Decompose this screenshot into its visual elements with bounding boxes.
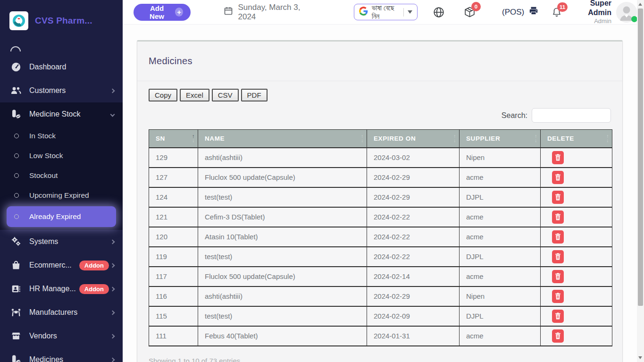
excel-button[interactable]: Excel bbox=[180, 89, 209, 101]
delete-button[interactable] bbox=[552, 151, 564, 164]
header-name[interactable]: NAME ↑↓ bbox=[198, 130, 367, 148]
plus-circle-icon: + bbox=[175, 8, 183, 17]
avatar[interactable] bbox=[616, 2, 637, 23]
cell-name: test(test) bbox=[198, 187, 367, 207]
medicine-stock-group: Medicine Stock In Stock Low Stock Stocko… bbox=[0, 102, 123, 230]
search-input[interactable] bbox=[532, 108, 611, 123]
delete-button[interactable] bbox=[552, 329, 564, 343]
notifications-button[interactable]: 11 bbox=[551, 7, 562, 18]
header-sn[interactable]: SN ↑↓ bbox=[149, 130, 198, 148]
trash-icon bbox=[555, 194, 561, 201]
circle-bullet-icon bbox=[14, 193, 19, 198]
delete-button[interactable] bbox=[552, 210, 564, 224]
card-header: Medicines bbox=[137, 42, 622, 81]
table-row: 116 ashti(ashtiii) 2024-02-29 Nipen bbox=[149, 286, 612, 306]
app-logo-icon bbox=[9, 11, 28, 30]
globe-button[interactable] bbox=[433, 6, 445, 18]
header-supplier[interactable]: SUPPLIER ↑↓ bbox=[460, 130, 541, 148]
cell-expired-on: 2024-02-14 bbox=[367, 267, 460, 286]
scroll-down-arrow-icon[interactable] bbox=[638, 356, 642, 359]
sidebar-item-hr-management[interactable]: HR Manage... Addon bbox=[0, 277, 123, 301]
header-delete[interactable]: DELETE ↑↓ bbox=[541, 130, 612, 148]
trash-icon bbox=[555, 213, 561, 220]
cell-supplier: DJPL bbox=[460, 247, 541, 267]
sidebar-item-customers[interactable]: Customers bbox=[0, 79, 123, 102]
sidebar-subitem-low-stock[interactable]: Low Stock bbox=[0, 146, 123, 166]
delete-button[interactable] bbox=[552, 191, 564, 204]
sidebar-item-ecommerce[interactable]: Ecommerc... Addon bbox=[0, 253, 123, 277]
delete-button[interactable] bbox=[552, 310, 564, 323]
sort-icon[interactable]: ↑↓ bbox=[192, 134, 195, 143]
table-row: 120 Atasin 10(Tablet) 2024-02-22 acme bbox=[149, 227, 612, 247]
sidebar-item-label: Systems bbox=[29, 237, 111, 246]
cell-sn: 129 bbox=[149, 148, 198, 168]
cell-expired-on: 2024-02-22 bbox=[367, 227, 460, 247]
gears-icon bbox=[10, 236, 22, 247]
sort-icon[interactable]: ↑↓ bbox=[453, 134, 456, 143]
scrollbar-thumb[interactable] bbox=[638, 8, 643, 306]
add-new-button[interactable]: Add New + bbox=[134, 4, 191, 21]
cell-expired-on: 2024-03-02 bbox=[367, 148, 460, 168]
add-new-label: Add New bbox=[143, 4, 171, 20]
header-expired-on[interactable]: EXPIRED ON ↑↓ bbox=[367, 130, 460, 148]
cell-delete bbox=[541, 267, 612, 286]
sidebar-item-vendors[interactable]: Vendors bbox=[0, 324, 123, 348]
sidebar-subitem-stockout[interactable]: Stockout bbox=[0, 166, 123, 185]
circle-bullet-icon bbox=[14, 173, 19, 178]
search-label: Search: bbox=[502, 111, 527, 120]
cell-sn: 115 bbox=[149, 306, 198, 326]
sidebar-item-label: Vendors bbox=[29, 332, 111, 340]
brand[interactable]: CVS Pharm... bbox=[0, 0, 123, 35]
cell-sn: 127 bbox=[149, 168, 198, 187]
sidebar-item-systems[interactable]: Systems bbox=[0, 230, 123, 253]
language-select[interactable]: ভাষা বেছে নিন bbox=[354, 4, 418, 20]
printer-icon bbox=[528, 6, 539, 18]
sidebar-item-manufacturers[interactable]: Manufacturers bbox=[0, 301, 123, 324]
sort-icon[interactable]: ↑↓ bbox=[606, 134, 609, 143]
delete-button[interactable] bbox=[552, 270, 564, 283]
package-button[interactable]: 0 bbox=[464, 6, 476, 18]
trash-icon bbox=[555, 174, 561, 181]
notification-badge: 11 bbox=[557, 2, 568, 12]
delete-button[interactable] bbox=[552, 290, 564, 303]
sidebar-item-medicines[interactable]: Medicines bbox=[0, 348, 123, 362]
delete-button[interactable] bbox=[552, 171, 564, 184]
sidebar-item-label: Dashboard bbox=[29, 63, 114, 71]
pos-print[interactable]: (POS) bbox=[502, 6, 539, 18]
chevron-right-icon bbox=[110, 239, 115, 244]
cell-expired-on: 2024-02-29 bbox=[367, 168, 460, 187]
cell-name: ashti(ashtiii) bbox=[198, 148, 367, 168]
cell-sn: 117 bbox=[149, 267, 198, 286]
trash-icon bbox=[555, 293, 561, 300]
user-info[interactable]: Super Admin Admin bbox=[568, 0, 611, 25]
pdf-button[interactable]: PDF bbox=[241, 89, 268, 101]
sidebar-subitem-label: In Stock bbox=[29, 132, 56, 140]
scroll-up-arrow-icon[interactable] bbox=[638, 3, 642, 6]
cell-delete bbox=[541, 148, 612, 168]
user-name: Super Admin bbox=[568, 0, 611, 17]
topbar: Add New + Sunday, March 3, 2024 ভাষা বেছ… bbox=[123, 0, 637, 25]
sort-icon[interactable]: ↑↓ bbox=[535, 134, 537, 143]
sidebar-item-medicine-stock[interactable]: Medicine Stock bbox=[0, 102, 123, 126]
copy-button[interactable]: Copy bbox=[149, 89, 177, 101]
addon-badge: Addon bbox=[79, 261, 109, 270]
people-carry-icon bbox=[10, 307, 22, 318]
circle-bullet-icon bbox=[14, 134, 19, 138]
sidebar-subitem-in-stock[interactable]: In Stock bbox=[0, 126, 123, 146]
delete-button[interactable] bbox=[552, 230, 564, 244]
page-scrollbar[interactable] bbox=[637, 0, 644, 362]
trash-icon bbox=[555, 154, 561, 161]
caret-down-icon bbox=[408, 10, 412, 14]
table-row: 119 test(test) 2024-02-22 DJPL bbox=[149, 247, 612, 267]
sidebar-subitem-upcoming-expired[interactable]: Upcoming Expired bbox=[0, 185, 123, 205]
cell-expired-on: 2024-02-29 bbox=[367, 286, 460, 306]
sort-icon[interactable]: ↑↓ bbox=[361, 134, 364, 143]
delete-button[interactable] bbox=[552, 250, 564, 263]
cell-supplier: DJPL bbox=[460, 187, 541, 207]
cell-delete bbox=[541, 187, 612, 207]
sidebar-subitem-already-expired[interactable]: Already Expired bbox=[7, 206, 116, 227]
csv-button[interactable]: CSV bbox=[212, 89, 239, 101]
sidebar-item-label: Ecommerc... bbox=[29, 261, 79, 269]
sidebar-item-dashboard[interactable]: Dashboard bbox=[0, 55, 123, 79]
sidebar-item-label: HR Manage... bbox=[29, 285, 79, 293]
